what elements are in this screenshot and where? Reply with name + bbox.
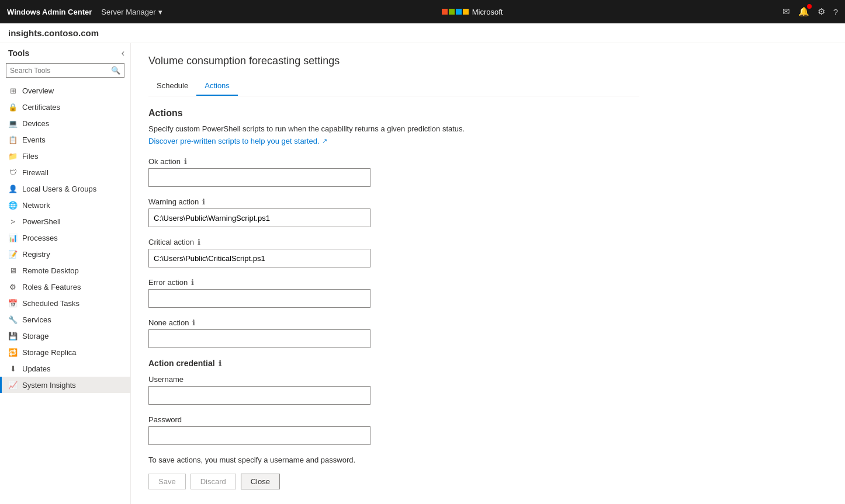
sidebar-item-system-insights[interactable]: 📈System Insights (0, 377, 130, 393)
search-input[interactable] (6, 64, 108, 77)
sidebar-item-label-scheduled-tasks: Scheduled Tasks (22, 299, 79, 308)
sidebar-item-overview[interactable]: ⊞Overview (0, 82, 130, 99)
sidebar-item-label-storage-replica: Storage Replica (22, 348, 77, 357)
page-title: Volume consumption forecasting settings (148, 55, 639, 67)
help-icon[interactable]: ? (833, 7, 838, 17)
error-action-input[interactable] (148, 289, 370, 308)
sidebar-item-devices[interactable]: 💻Devices (0, 115, 130, 131)
search-box: 🔍 (6, 63, 124, 78)
updates-icon: ⬇ (8, 364, 18, 373)
server-manager-button[interactable]: Server Manager ▾ (101, 8, 162, 16)
none-action-label: None action ℹ (148, 318, 639, 327)
none-action-group: None action ℹ (148, 318, 639, 348)
overview-icon: ⊞ (8, 86, 18, 95)
tabs-bar: Schedule Actions (148, 77, 639, 96)
sidebar-item-events[interactable]: 📋Events (0, 131, 130, 148)
logo-yellow (463, 9, 469, 15)
sidebar-item-roles-features[interactable]: ⚙Roles & Features (0, 279, 130, 295)
close-button[interactable]: Close (241, 474, 280, 489)
sidebar-item-remote-desktop[interactable]: 🖥Remote Desktop (0, 262, 130, 279)
sidebar-item-local-users[interactable]: 👤Local Users & Groups (0, 180, 130, 197)
password-input[interactable] (148, 426, 370, 445)
sidebar-item-label-powershell: PowerShell (22, 217, 61, 226)
sidebar-item-label-system-insights: System Insights (22, 381, 76, 390)
network-icon: 🌐 (8, 200, 18, 210)
sidebar-item-network[interactable]: 🌐Network (0, 197, 130, 213)
sidebar-item-label-updates: Updates (22, 364, 50, 373)
critical-action-group: Critical action ℹ (148, 238, 639, 267)
credential-title: Action credential ℹ (148, 359, 639, 368)
sidebar-item-label-certificates: Certificates (22, 103, 60, 112)
error-action-info-icon[interactable]: ℹ (191, 278, 194, 287)
sidebar-item-label-overview: Overview (22, 86, 54, 95)
save-button[interactable]: Save (148, 474, 186, 489)
critical-action-info-icon[interactable]: ℹ (198, 238, 200, 246)
none-action-info-icon[interactable]: ℹ (192, 318, 195, 327)
ok-action-group: Ok action ℹ (148, 157, 639, 187)
logo-green (449, 9, 455, 15)
certificates-icon: 🔒 (8, 102, 18, 112)
sidebar-collapse-button[interactable]: ‹ (122, 48, 124, 58)
actions-description: Specify custom PowerShell scripts to run… (148, 124, 639, 133)
action-fields: Ok action ℹWarning action ℹCritical acti… (148, 157, 639, 348)
ok-action-info-icon[interactable]: ℹ (184, 157, 187, 166)
ok-action-input[interactable] (148, 168, 370, 187)
username-label: Username (148, 375, 639, 384)
sidebar-title: Tools (8, 48, 29, 58)
mail-icon[interactable]: ✉ (782, 6, 790, 17)
password-label: Password (148, 415, 639, 424)
sidebar-item-scheduled-tasks[interactable]: 📅Scheduled Tasks (0, 295, 130, 311)
processes-icon: 📊 (8, 233, 18, 242)
top-nav-right: ✉ 🔔 ⚙ ? (782, 6, 838, 17)
local-users-icon: 👤 (8, 184, 18, 193)
sidebar-item-files[interactable]: 📁Files (0, 148, 130, 164)
sidebar-item-processes[interactable]: 📊Processes (0, 230, 130, 246)
warning-action-group: Warning action ℹ (148, 197, 639, 227)
critical-action-input[interactable] (148, 249, 370, 267)
sidebar-item-registry[interactable]: 📝Registry (0, 246, 130, 262)
discard-button[interactable]: Discard (191, 474, 236, 489)
actions-heading: Actions (148, 108, 639, 119)
sidebar-item-firewall[interactable]: 🛡Firewall (0, 164, 130, 180)
sidebar-header: Tools ‹ (0, 43, 130, 61)
sidebar-item-label-firewall: Firewall (22, 168, 49, 177)
sidebar-item-label-local-users: Local Users & Groups (22, 185, 96, 193)
discover-link[interactable]: Discover pre-written scripts to help you… (148, 137, 327, 145)
tab-actions[interactable]: Actions (196, 77, 238, 96)
username-group: Username (148, 375, 639, 405)
notification-button[interactable]: 🔔 (798, 6, 809, 17)
notification-badge-dot (807, 4, 812, 9)
sidebar-item-label-services: Services (22, 315, 51, 324)
registry-icon: 📝 (8, 249, 18, 259)
content-area: Volume consumption forecasting settings … (131, 43, 845, 504)
sidebar-item-storage-replica[interactable]: 🔁Storage Replica (0, 344, 130, 360)
sidebar-item-updates[interactable]: ⬇Updates (0, 360, 130, 377)
sidebar-item-label-registry: Registry (22, 250, 50, 259)
app-layout: insights.contoso.com Tools ‹ 🔍 ⊞Overview… (0, 23, 845, 504)
warning-action-info-icon[interactable]: ℹ (202, 197, 205, 206)
top-nav: Windows Admin Center Server Manager ▾ Mi… (0, 0, 845, 23)
error-action-label: Error action ℹ (148, 278, 639, 287)
none-action-input[interactable] (148, 329, 370, 348)
action-credential-section: Action credential ℹ Username Password (148, 359, 639, 445)
powershell-icon: > (8, 217, 18, 226)
username-input[interactable] (148, 386, 370, 405)
sidebar-item-label-processes: Processes (22, 234, 58, 242)
sidebar-item-services[interactable]: 🔧Services (0, 311, 130, 328)
services-icon: 🔧 (8, 315, 18, 324)
tab-schedule[interactable]: Schedule (148, 77, 196, 96)
storage-icon: 💾 (8, 331, 18, 340)
credential-info-icon[interactable]: ℹ (219, 359, 221, 368)
sidebar-item-powershell[interactable]: >PowerShell (0, 213, 130, 230)
warning-action-input[interactable] (148, 208, 370, 227)
warning-action-label: Warning action ℹ (148, 197, 639, 206)
sidebar-item-certificates[interactable]: 🔒Certificates (0, 99, 130, 115)
scheduled-tasks-icon: 📅 (8, 298, 18, 308)
password-group: Password (148, 415, 639, 445)
settings-icon[interactable]: ⚙ (818, 6, 825, 17)
sidebar-item-label-roles-features: Roles & Features (22, 283, 81, 291)
sidebar-item-storage[interactable]: 💾Storage (0, 328, 130, 344)
main-layout: Tools ‹ 🔍 ⊞Overview🔒Certificates💻Devices… (0, 43, 845, 504)
sidebar-item-label-storage: Storage (22, 332, 49, 340)
storage-replica-icon: 🔁 (8, 347, 18, 357)
